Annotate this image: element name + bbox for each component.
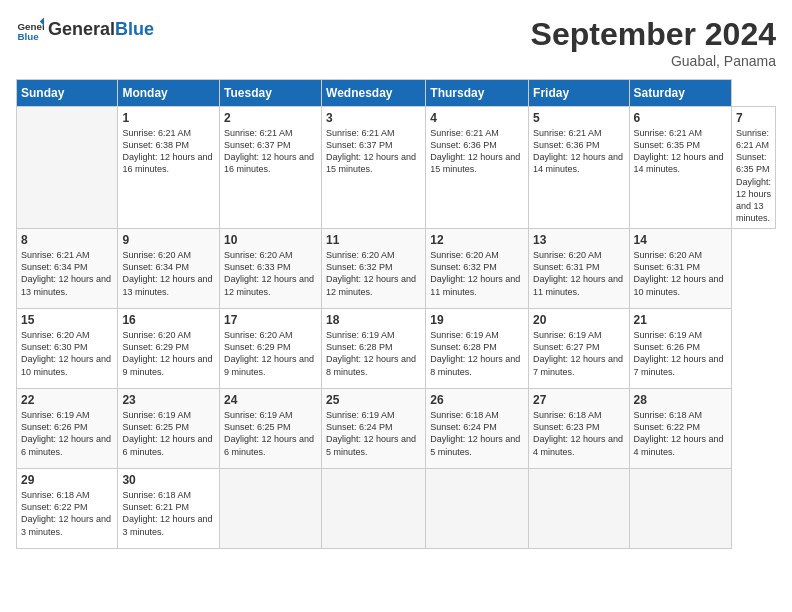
day-number: 1 [122,111,215,125]
day-number: 5 [533,111,624,125]
day-number: 11 [326,233,421,247]
day-number: 28 [634,393,727,407]
day-number: 13 [533,233,624,247]
calendar-cell: 7 Sunrise: 6:21 AMSunset: 6:35 PMDayligh… [731,107,775,229]
calendar-cell [426,469,529,549]
day-info: Sunrise: 6:21 AMSunset: 6:38 PMDaylight:… [122,128,212,174]
day-number: 6 [634,111,727,125]
calendar-cell [220,469,322,549]
day-info: Sunrise: 6:20 AMSunset: 6:31 PMDaylight:… [634,250,724,296]
day-info: Sunrise: 6:18 AMSunset: 6:24 PMDaylight:… [430,410,520,456]
day-number: 17 [224,313,317,327]
week-row-4: 22 Sunrise: 6:19 AMSunset: 6:26 PMDaylig… [17,389,776,469]
day-info: Sunrise: 6:20 AMSunset: 6:31 PMDaylight:… [533,250,623,296]
calendar-cell: 1 Sunrise: 6:21 AMSunset: 6:38 PMDayligh… [118,107,220,229]
day-info: Sunrise: 6:20 AMSunset: 6:29 PMDaylight:… [122,330,212,376]
day-info: Sunrise: 6:20 AMSunset: 6:32 PMDaylight:… [326,250,416,296]
calendar-cell: 19 Sunrise: 6:19 AMSunset: 6:28 PMDaylig… [426,309,529,389]
logo-blue: Blue [115,19,154,39]
day-info: Sunrise: 6:19 AMSunset: 6:26 PMDaylight:… [634,330,724,376]
calendar-cell: 4 Sunrise: 6:21 AMSunset: 6:36 PMDayligh… [426,107,529,229]
col-saturday: Saturday [629,80,731,107]
day-number: 27 [533,393,624,407]
day-info: Sunrise: 6:21 AMSunset: 6:37 PMDaylight:… [224,128,314,174]
calendar-cell: 29 Sunrise: 6:18 AMSunset: 6:22 PMDaylig… [17,469,118,549]
calendar-cell: 20 Sunrise: 6:19 AMSunset: 6:27 PMDaylig… [529,309,629,389]
day-number: 4 [430,111,524,125]
calendar-cell: 8 Sunrise: 6:21 AMSunset: 6:34 PMDayligh… [17,229,118,309]
day-info: Sunrise: 6:21 AMSunset: 6:36 PMDaylight:… [430,128,520,174]
calendar-cell: 21 Sunrise: 6:19 AMSunset: 6:26 PMDaylig… [629,309,731,389]
day-info: Sunrise: 6:18 AMSunset: 6:22 PMDaylight:… [634,410,724,456]
day-number: 12 [430,233,524,247]
day-number: 24 [224,393,317,407]
day-info: Sunrise: 6:20 AMSunset: 6:32 PMDaylight:… [430,250,520,296]
calendar-cell: 28 Sunrise: 6:18 AMSunset: 6:22 PMDaylig… [629,389,731,469]
day-number: 25 [326,393,421,407]
logo-general: General [48,19,115,39]
day-info: Sunrise: 6:19 AMSunset: 6:25 PMDaylight:… [224,410,314,456]
day-info: Sunrise: 6:21 AMSunset: 6:35 PMDaylight:… [634,128,724,174]
day-number: 22 [21,393,113,407]
calendar-cell: 26 Sunrise: 6:18 AMSunset: 6:24 PMDaylig… [426,389,529,469]
calendar-cell [629,469,731,549]
logo: General Blue GeneralBlue [16,16,154,44]
title-block: September 2024 Guabal, Panama [531,16,776,69]
day-info: Sunrise: 6:20 AMSunset: 6:30 PMDaylight:… [21,330,111,376]
calendar-cell: 14 Sunrise: 6:20 AMSunset: 6:31 PMDaylig… [629,229,731,309]
calendar-cell [17,107,118,229]
day-info: Sunrise: 6:21 AMSunset: 6:36 PMDaylight:… [533,128,623,174]
calendar-cell: 22 Sunrise: 6:19 AMSunset: 6:26 PMDaylig… [17,389,118,469]
calendar-cell [529,469,629,549]
day-number: 10 [224,233,317,247]
day-info: Sunrise: 6:19 AMSunset: 6:28 PMDaylight:… [326,330,416,376]
day-number: 26 [430,393,524,407]
col-thursday: Thursday [426,80,529,107]
calendar-cell: 11 Sunrise: 6:20 AMSunset: 6:32 PMDaylig… [322,229,426,309]
calendar-cell: 27 Sunrise: 6:18 AMSunset: 6:23 PMDaylig… [529,389,629,469]
logo-icon: General Blue [16,16,44,44]
day-info: Sunrise: 6:18 AMSunset: 6:22 PMDaylight:… [21,490,111,536]
location-subtitle: Guabal, Panama [531,53,776,69]
day-info: Sunrise: 6:18 AMSunset: 6:21 PMDaylight:… [122,490,212,536]
calendar-cell: 6 Sunrise: 6:21 AMSunset: 6:35 PMDayligh… [629,107,731,229]
calendar-table: Sunday Monday Tuesday Wednesday Thursday… [16,79,776,549]
calendar-cell: 13 Sunrise: 6:20 AMSunset: 6:31 PMDaylig… [529,229,629,309]
calendar-cell: 23 Sunrise: 6:19 AMSunset: 6:25 PMDaylig… [118,389,220,469]
day-info: Sunrise: 6:21 AMSunset: 6:35 PMDaylight:… [736,128,771,223]
svg-text:Blue: Blue [17,31,39,42]
day-number: 21 [634,313,727,327]
calendar-cell: 30 Sunrise: 6:18 AMSunset: 6:21 PMDaylig… [118,469,220,549]
calendar-cell: 16 Sunrise: 6:20 AMSunset: 6:29 PMDaylig… [118,309,220,389]
calendar-cell: 25 Sunrise: 6:19 AMSunset: 6:24 PMDaylig… [322,389,426,469]
day-number: 30 [122,473,215,487]
day-number: 2 [224,111,317,125]
day-number: 23 [122,393,215,407]
day-info: Sunrise: 6:20 AMSunset: 6:33 PMDaylight:… [224,250,314,296]
day-number: 16 [122,313,215,327]
logo-text: GeneralBlue [48,20,154,40]
day-number: 8 [21,233,113,247]
col-sunday: Sunday [17,80,118,107]
day-number: 15 [21,313,113,327]
week-row-3: 15 Sunrise: 6:20 AMSunset: 6:30 PMDaylig… [17,309,776,389]
day-number: 19 [430,313,524,327]
week-row-1: 1 Sunrise: 6:21 AMSunset: 6:38 PMDayligh… [17,107,776,229]
day-number: 29 [21,473,113,487]
calendar-cell: 3 Sunrise: 6:21 AMSunset: 6:37 PMDayligh… [322,107,426,229]
calendar-cell: 15 Sunrise: 6:20 AMSunset: 6:30 PMDaylig… [17,309,118,389]
calendar-cell: 5 Sunrise: 6:21 AMSunset: 6:36 PMDayligh… [529,107,629,229]
day-info: Sunrise: 6:18 AMSunset: 6:23 PMDaylight:… [533,410,623,456]
week-row-5: 29 Sunrise: 6:18 AMSunset: 6:22 PMDaylig… [17,469,776,549]
day-info: Sunrise: 6:19 AMSunset: 6:26 PMDaylight:… [21,410,111,456]
calendar-cell: 2 Sunrise: 6:21 AMSunset: 6:37 PMDayligh… [220,107,322,229]
week-row-2: 8 Sunrise: 6:21 AMSunset: 6:34 PMDayligh… [17,229,776,309]
calendar-header: Sunday Monday Tuesday Wednesday Thursday… [17,80,776,107]
calendar-cell [322,469,426,549]
calendar-cell: 18 Sunrise: 6:19 AMSunset: 6:28 PMDaylig… [322,309,426,389]
header-row: Sunday Monday Tuesday Wednesday Thursday… [17,80,776,107]
day-info: Sunrise: 6:19 AMSunset: 6:24 PMDaylight:… [326,410,416,456]
page-header: General Blue GeneralBlue September 2024 … [16,16,776,69]
day-number: 18 [326,313,421,327]
day-number: 14 [634,233,727,247]
